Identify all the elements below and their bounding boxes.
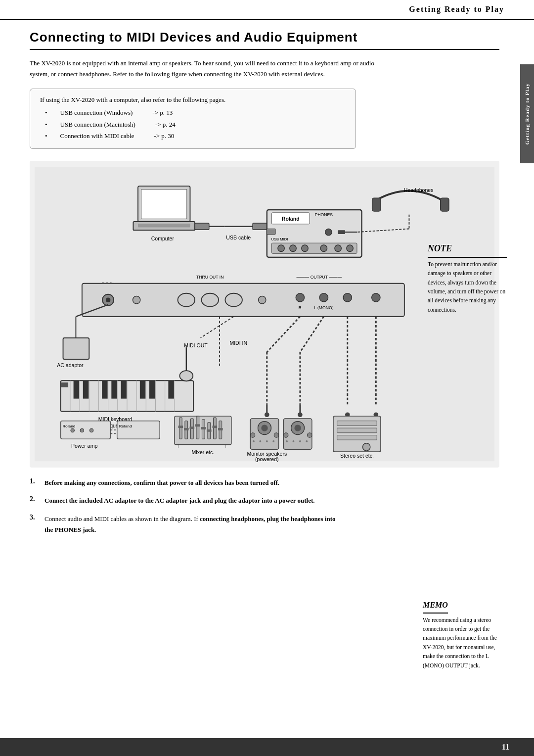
side-tab-text: Getting Ready to Play <box>524 83 530 145</box>
step-2-bold: Connect the included AC adaptor to the A… <box>44 497 315 504</box>
connection-diagram: Computer USB cable Roland PHONES <box>35 166 494 463</box>
svg-point-37 <box>372 293 380 302</box>
svg-rect-20 <box>372 198 381 211</box>
svg-rect-127 <box>337 421 377 426</box>
ac-adaptor-label: AC adaptor <box>57 363 84 369</box>
svg-point-17 <box>320 245 327 251</box>
bottom-bar: 11 <box>0 738 534 756</box>
step-3-text: Connect audio and MIDI cables as shown i… <box>44 514 341 535</box>
steps-section: 1. Before making any connections, confir… <box>30 477 499 535</box>
info-item-label-2: USB connection (Macintosh) <box>60 119 135 130</box>
computer-label: Computer <box>151 236 175 242</box>
svg-rect-62 <box>61 382 68 387</box>
svg-rect-103 <box>207 429 212 432</box>
svg-rect-58 <box>121 381 127 399</box>
info-box: If using the XV-2020 with a computer, al… <box>30 89 356 149</box>
info-box-item-1: USB connection (Windows) -> p. 13 <box>45 107 346 118</box>
svg-text:Roland: Roland <box>119 425 132 429</box>
midi-keyboard-icon <box>61 381 193 412</box>
memo-header: MEMO <box>423 599 448 614</box>
svg-point-36 <box>343 293 352 302</box>
midi-out-label: MIDI OUT <box>184 342 208 348</box>
svg-rect-59 <box>140 381 146 399</box>
svg-point-30 <box>178 293 195 307</box>
diagram-area: Computer USB cable Roland PHONES <box>30 161 499 468</box>
svg-point-111 <box>250 433 255 438</box>
svg-text:↑: ↑ <box>177 443 180 449</box>
svg-rect-25 <box>338 231 345 235</box>
svg-point-112 <box>274 433 279 438</box>
svg-point-121 <box>307 433 312 438</box>
svg-point-74 <box>265 413 269 418</box>
svg-text:↑: ↑ <box>224 443 227 449</box>
svg-point-33 <box>259 296 266 304</box>
svg-rect-60 <box>149 381 155 399</box>
svg-point-110 <box>261 425 267 431</box>
svg-rect-96 <box>213 418 216 439</box>
svg-point-65 <box>179 371 193 381</box>
svg-rect-93 <box>196 416 199 439</box>
mixer-icon: ↑ ↑ <box>175 416 231 449</box>
svg-point-35 <box>319 293 328 302</box>
svg-rect-104 <box>213 426 218 428</box>
svg-rect-57 <box>111 381 117 399</box>
info-item-ref-3: -> p. 30 <box>154 130 174 142</box>
svg-rect-5 <box>195 223 209 230</box>
power-amp-label: Power amp <box>71 443 97 449</box>
step-3-bold: connecting headphones, plug the headphon… <box>44 515 336 533</box>
monitor-speakers-label: Monitor speakers <box>247 451 287 457</box>
svg-point-28 <box>106 298 111 303</box>
laptop-icon <box>133 186 195 230</box>
midi-ports-label: THRU OUT IN <box>196 275 223 280</box>
svg-point-113 <box>253 440 255 442</box>
svg-point-130 <box>362 443 370 451</box>
page-title: Connecting to MIDI Devices and Audio Equ… <box>30 30 499 50</box>
svg-point-32 <box>225 293 242 307</box>
output-r-label: R <box>299 306 302 311</box>
intro-paragraph: The XV-2020 is not equipped with an inte… <box>30 58 376 80</box>
headphones-label: Headphones <box>404 187 434 193</box>
step-2-text: Connect the included AC adaptor to the A… <box>44 495 315 506</box>
info-box-list: USB connection (Windows) -> p. 13 USB co… <box>40 107 346 142</box>
svg-rect-101 <box>195 425 200 427</box>
svg-rect-56 <box>102 381 108 399</box>
svg-rect-87 <box>117 421 160 439</box>
step-2-number: 2. <box>30 495 38 503</box>
svg-text:Roland: Roland <box>63 425 76 429</box>
svg-point-123 <box>293 440 295 442</box>
side-tab: Getting Ready to Play <box>520 64 534 163</box>
svg-rect-99 <box>184 428 189 430</box>
output-label: ——— OUTPUT ——— <box>296 275 342 280</box>
step-1-text: Before making any connections, confirm t… <box>44 477 279 488</box>
powered-label: (powered) <box>255 457 278 463</box>
usb-midi-small-label: USB MIDI <box>271 237 288 242</box>
svg-point-116 <box>272 440 274 442</box>
svg-point-15 <box>290 245 296 251</box>
note-header: NOTE <box>428 241 507 258</box>
svg-point-12 <box>325 229 332 236</box>
header-title: Getting Ready to Play <box>409 5 504 14</box>
svg-point-29 <box>133 296 140 304</box>
step-1: 1. Before making any connections, confir… <box>30 477 499 488</box>
svg-rect-8 <box>253 223 267 230</box>
usb-cable-label: USB cable <box>226 235 251 240</box>
svg-rect-105 <box>218 428 223 430</box>
svg-rect-90 <box>179 418 182 439</box>
svg-point-84 <box>89 428 93 432</box>
step-2: 2. Connect the included AC adaptor to th… <box>30 495 499 506</box>
svg-point-114 <box>259 440 261 442</box>
output-l-label: L (MONO) <box>314 306 334 311</box>
svg-rect-80 <box>61 421 111 439</box>
svg-point-31 <box>201 293 219 307</box>
memo-box: MEMO We recommend using a stereo connect… <box>423 599 507 670</box>
svg-rect-128 <box>337 428 377 433</box>
info-box-intro: If using the XV-2020 with a computer, al… <box>40 96 346 104</box>
svg-rect-11 <box>267 229 275 235</box>
info-item-ref-1: -> p. 13 <box>152 107 173 118</box>
step-3-number: 3. <box>30 514 38 521</box>
svg-rect-21 <box>441 198 449 211</box>
info-item-ref-2: -> p. 24 <box>155 119 176 130</box>
svg-point-34 <box>296 293 304 302</box>
svg-rect-55 <box>83 381 89 399</box>
svg-point-119 <box>294 425 301 431</box>
